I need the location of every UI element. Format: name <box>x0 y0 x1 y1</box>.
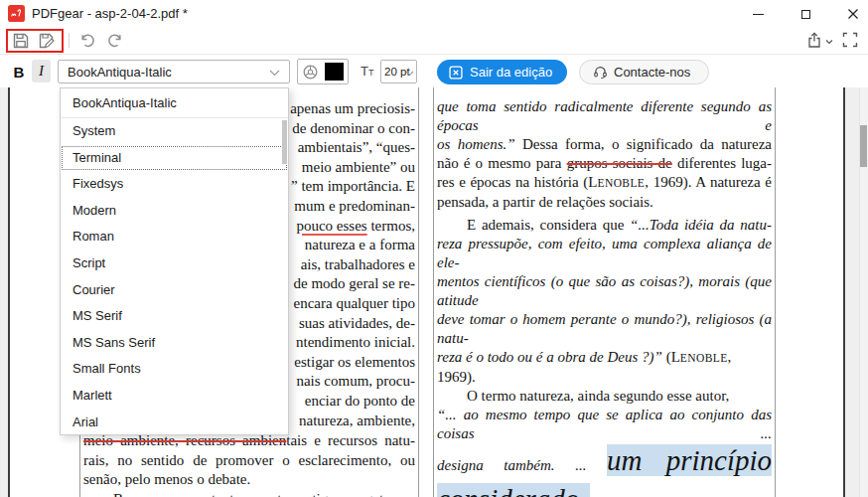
format-toolbar: B I BookAntiqua-Italic TT 20 pt Sair da … <box>0 55 868 87</box>
text-line: E ademais, considera que “...Toda idéia … <box>437 216 772 235</box>
fullscreen-button[interactable] <box>842 32 860 50</box>
left-column-bottom: meio ambiente, recursos ambientais e rec… <box>83 431 415 497</box>
right-column: que toma sentido radicalmente diferente … <box>437 97 772 497</box>
font-size-icon: TT <box>361 64 373 79</box>
redo-icon <box>106 32 124 50</box>
text-line: mentos científicos (o que são as coisas?… <box>437 272 772 310</box>
toolbar-divider <box>69 33 70 48</box>
chevron-down-icon <box>405 71 414 77</box>
share-button[interactable] <box>806 32 824 50</box>
font-option-ms-sans-serif[interactable]: MS Sans Serif <box>61 330 288 357</box>
font-option-arial[interactable]: Arial <box>61 410 288 436</box>
dropdown-scrollbar-thumb[interactable] <box>282 120 287 164</box>
text-line: “... ao mesmo tempo que se aplica ao con… <box>437 406 772 443</box>
font-option-system[interactable]: System <box>61 118 288 145</box>
font-option-roman[interactable]: Roman <box>61 224 288 250</box>
text-line: que toma sentido radicalmente diferente … <box>437 97 772 135</box>
exit-edit-label: Sair da edição <box>470 65 552 80</box>
italic-button[interactable]: I <box>32 60 51 83</box>
font-option-script[interactable]: Script <box>61 250 288 277</box>
window-title: PDFgear - asp-2-04-2.pdf * <box>32 6 188 21</box>
share-icon <box>806 32 822 49</box>
contact-us-button[interactable]: Contacte-nos <box>579 60 709 84</box>
text-line: reza é o todo ou é a obra de Deus ?)” (L… <box>437 348 772 387</box>
text-line: senão, pelo menos o debate. <box>83 470 415 490</box>
font-option-marlett[interactable]: Marlett <box>61 383 288 410</box>
title-bar: PDFgear - asp-2-04-2.pdf * <box>0 0 868 28</box>
maximize-button[interactable] <box>789 0 822 28</box>
color-wheel-icon <box>302 64 319 81</box>
pdfgear-window: PDFgear - asp-2-04-2.pdf * <box>0 0 868 497</box>
exit-edit-button[interactable]: Sair da edição <box>437 60 567 84</box>
save-as-button[interactable] <box>38 32 56 50</box>
text-line: Buscou-se, portanto, neste artigo resgat… <box>83 490 415 497</box>
redo-button[interactable] <box>106 32 124 50</box>
save-icon <box>12 32 30 50</box>
scrollbar-thumb[interactable] <box>860 125 867 167</box>
color-swatch[interactable] <box>325 63 344 81</box>
text-line: designa também. ... um princípio <box>437 443 772 482</box>
font-family-combobox[interactable]: BookAntiqua-Italic <box>58 60 290 83</box>
text-line: reza pressupõe, com efeito, uma complexa… <box>437 235 772 272</box>
share-caret-icon[interactable] <box>825 39 833 45</box>
document-area: apenas um preciosis-de denominar o con-a… <box>0 87 868 497</box>
font-option-courier[interactable]: Courier <box>61 277 288 304</box>
font-option-modern[interactable]: Modern <box>61 198 288 225</box>
text-line: res e épocas na história (LENOBLE, 1969)… <box>437 173 772 193</box>
save-button[interactable] <box>12 32 30 50</box>
font-option-fixedsys[interactable]: Fixedsys <box>61 171 288 198</box>
close-button[interactable] <box>836 0 868 28</box>
font-size-select[interactable]: 20 pt <box>380 60 417 83</box>
fullscreen-icon <box>842 32 858 48</box>
minimize-button[interactable] <box>741 0 775 28</box>
font-option-bookantiqua-italic[interactable]: BookAntiqua-Italic <box>61 88 288 117</box>
close-icon <box>847 8 859 20</box>
text-line: deve tomar o homem perante o mundo?), re… <box>437 310 772 348</box>
pdfgear-logo-icon <box>8 5 25 22</box>
font-option-ms-serif[interactable]: MS Serif <box>61 303 288 330</box>
font-option-terminal[interactable]: Terminal <box>61 145 288 172</box>
save-as-icon <box>38 32 56 50</box>
text-line: rais, no sentido de promover o esclareci… <box>83 451 415 471</box>
bold-button[interactable]: B <box>9 61 29 83</box>
contact-us-label: Contacte-nos <box>614 65 690 80</box>
text-line: os homens.” Dessa forma, o significado d… <box>437 135 772 154</box>
vertical-scrollbar[interactable] <box>859 87 868 497</box>
font-family-value: BookAntiqua-Italic <box>59 65 172 80</box>
font-dropdown-list: BookAntiqua-ItalicSystemTerminalFixedsys… <box>61 88 288 435</box>
undo-icon <box>78 32 96 50</box>
maximize-icon <box>801 10 810 19</box>
text-line: pensada, a partir de relações sociais. <box>437 193 772 212</box>
font-color-group[interactable] <box>297 59 349 84</box>
minimize-icon <box>753 14 764 15</box>
headset-icon <box>593 65 608 80</box>
font-option-small-fonts[interactable]: Small Fonts <box>61 356 288 383</box>
exit-edit-icon <box>449 66 463 80</box>
undo-button[interactable] <box>78 32 96 50</box>
chevron-down-icon <box>269 70 280 77</box>
text-line: não é o mesmo para grupos sociais de dif… <box>437 154 772 173</box>
text-line: O termo natureza, ainda segundo esse aut… <box>437 387 772 406</box>
font-dropdown: BookAntiqua-ItalicSystemTerminalFixedsys… <box>60 87 289 435</box>
quick-toolbar <box>0 28 868 54</box>
text-line: considerado produtor do desenvolvimento … <box>437 482 772 497</box>
